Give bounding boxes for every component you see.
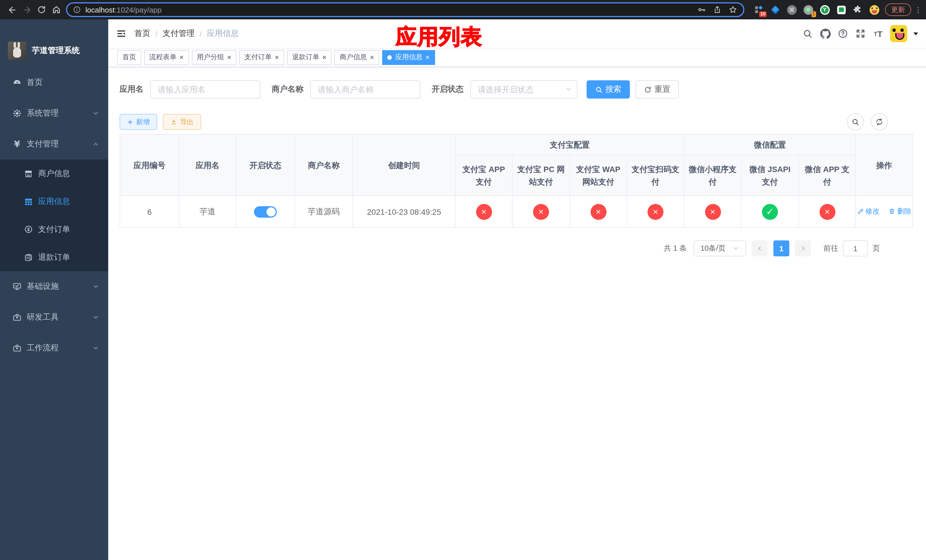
page-size-select[interactable]: 10条/页 — [694, 241, 746, 256]
payment-submenu: 商户信息 应用信息 支付订单 — [0, 159, 108, 271]
browser-toolbar: localhost:1024/pay/app 10 ⌘ — [0, 0, 926, 20]
reset-button[interactable]: 重置 — [635, 80, 679, 98]
site-info-icon[interactable] — [73, 6, 81, 14]
close-icon[interactable]: × — [370, 53, 374, 61]
sidebar-item-payment[interactable]: ¥ 支付管理 — [0, 129, 108, 159]
sidebar-item-pay-orders[interactable]: 支付订单 — [0, 215, 108, 243]
extensions-puzzle-icon[interactable] — [853, 5, 863, 15]
sidebar-item-system[interactable]: 系统管理 — [0, 98, 108, 129]
tab-merchant-info[interactable]: 商户信息× — [334, 50, 379, 65]
sidebar-item-label: 系统管理 — [27, 108, 59, 118]
chrome-update-button[interactable]: 更新 — [885, 3, 911, 16]
sidebar-item-label: 工作流程 — [27, 343, 59, 353]
alipay-qr-status-icon: × — [648, 204, 663, 219]
add-button[interactable]: 新增 — [120, 114, 157, 130]
back-icon[interactable] — [5, 2, 20, 17]
tab-home[interactable]: 首页 — [117, 50, 141, 65]
url-text[interactable]: localhost:1024/pay/app — [85, 5, 697, 14]
tab-pay-orders[interactable]: 支付订单× — [239, 50, 284, 65]
avatar-caret-icon[interactable] — [914, 32, 918, 37]
github-icon[interactable] — [820, 28, 831, 39]
sidebar-item-label: 退款订单 — [38, 252, 70, 262]
breadcrumb: 首页 / 支付管理 / 应用信息 — [135, 29, 239, 39]
edit-link[interactable]: 修改 — [857, 207, 879, 216]
font-size-icon[interactable]: TT — [873, 28, 884, 39]
status-select[interactable] — [471, 80, 578, 98]
sidebar-item-dev-tools[interactable]: 研发工具 — [0, 302, 108, 333]
merchant-name-input[interactable] — [310, 80, 420, 98]
page-number-1[interactable]: 1 — [773, 241, 789, 256]
export-button[interactable]: 导出 — [163, 114, 201, 130]
app-name-input[interactable] — [150, 80, 260, 98]
grid-icon — [24, 197, 33, 206]
filter-form: 应用名 商户名称 开启状态 搜索 — [120, 80, 916, 98]
extension-recorder-icon[interactable]: 1 — [803, 5, 813, 15]
sidebar-item-merchant-info[interactable]: 商户信息 — [0, 159, 108, 188]
forward-icon[interactable] — [20, 2, 34, 17]
fullscreen-icon[interactable] — [855, 28, 866, 39]
col-wx-jsapi: 微信 JSAPI 支付 — [741, 155, 799, 196]
password-key-icon[interactable] — [697, 5, 706, 14]
close-icon[interactable]: × — [274, 53, 279, 61]
close-icon[interactable]: × — [322, 53, 327, 61]
extension-chat-icon[interactable] — [836, 5, 846, 15]
col-actions: 操作 — [856, 134, 912, 196]
prev-page-button[interactable] — [752, 241, 768, 256]
sidebar-item-infrastructure[interactable]: 基础设施 — [0, 271, 108, 302]
breadcrumb-payment[interactable]: 支付管理 — [163, 29, 195, 39]
chevron-up-icon — [92, 141, 99, 148]
url-bar[interactable]: localhost:1024/pay/app — [66, 2, 744, 17]
col-created: 创建时间 — [353, 134, 455, 196]
sidebar-item-refund-orders[interactable]: 退款订单 — [0, 243, 108, 271]
col-merchant: 商户名称 — [295, 134, 353, 196]
sidebar-item-label: 基础设施 — [27, 282, 59, 292]
page-content: 应用名 商户名称 开启状态 搜索 — [108, 67, 926, 560]
briefcase-icon — [12, 344, 22, 353]
tab-process-form[interactable]: 流程表单× — [144, 50, 189, 65]
refresh-button[interactable] — [871, 114, 888, 130]
search-button[interactable]: 搜索 — [587, 80, 630, 98]
col-group-wechat: 微信配置 — [684, 134, 856, 155]
bookmark-star-icon[interactable] — [728, 5, 737, 14]
sidebar-item-label: 研发工具 — [27, 312, 59, 322]
close-icon[interactable]: × — [425, 53, 430, 61]
sidebar-menu: 首页 系统管理 ¥ 支付管理 — [0, 67, 108, 363]
search-icon[interactable] — [802, 28, 813, 39]
next-page-button[interactable] — [795, 241, 811, 256]
sidebar-item-home[interactable]: 首页 — [0, 67, 108, 98]
browser-menu-icon[interactable]: ⋮ — [915, 5, 921, 14]
goto-page-input[interactable] — [843, 241, 868, 256]
status-toggle[interactable] — [254, 206, 277, 217]
extension-grid-icon[interactable]: 10 — [754, 5, 764, 15]
yen-icon: ¥ — [12, 139, 22, 149]
reload-icon[interactable] — [34, 2, 49, 17]
user-avatar[interactable] — [890, 25, 907, 42]
show-search-button[interactable] — [847, 114, 864, 130]
breadcrumb-home[interactable]: 首页 — [135, 29, 150, 39]
navbar-actions: TT — [802, 25, 918, 42]
document-icon — [24, 253, 33, 262]
sidebar-collapse-icon[interactable] — [116, 29, 126, 39]
close-icon[interactable]: × — [179, 53, 184, 61]
home-icon[interactable] — [49, 2, 64, 17]
delete-link[interactable]: 删除 — [889, 207, 911, 216]
tags-view-bar: 首页 流程表单× 用户分组× 支付订单× 退款订单× 商户信息× 应用信息× — [108, 48, 926, 67]
gear-icon — [12, 109, 22, 118]
tab-refund-orders[interactable]: 退款订单× — [287, 50, 332, 65]
tab-app-info[interactable]: 应用信息× — [382, 50, 435, 65]
profile-emoji-icon[interactable] — [869, 5, 879, 15]
cell-merchant: 芋道源码 — [295, 196, 353, 228]
app-logo[interactable]: 芋道管理系统 — [0, 20, 108, 67]
col-alipay-qr: 支付宝扫码支付 — [627, 155, 684, 196]
extension-command-icon[interactable]: ⌘ — [787, 5, 797, 15]
tab-user-group[interactable]: 用户分组× — [192, 50, 236, 65]
share-icon[interactable] — [713, 5, 722, 14]
total-count: 共 1 条 — [664, 243, 687, 254]
sidebar-item-app-info[interactable]: 应用信息 — [0, 188, 108, 215]
extension-y-icon[interactable]: Y — [820, 5, 830, 15]
extension-row: 10 ⌘ 1 Y — [754, 5, 879, 15]
close-icon[interactable]: × — [227, 53, 231, 61]
help-icon[interactable] — [837, 28, 849, 39]
extension-gem-icon[interactable] — [770, 5, 780, 15]
sidebar-item-workflow[interactable]: 工作流程 — [0, 333, 108, 363]
